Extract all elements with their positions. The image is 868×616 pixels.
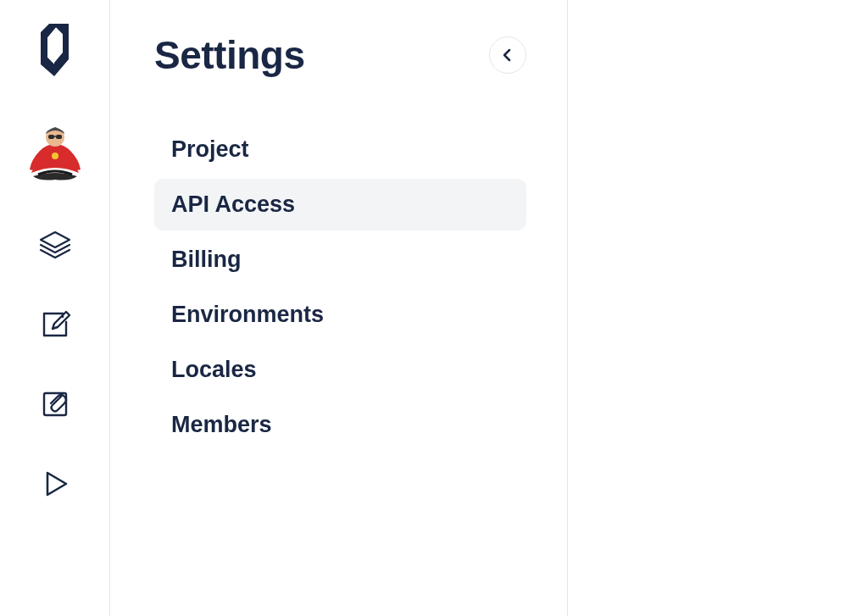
play-icon[interactable] [37, 466, 73, 502]
settings-nav: Project API Access Billing Environments … [154, 124, 526, 451]
settings-header: Settings [154, 32, 526, 78]
settings-nav-members[interactable]: Members [154, 399, 526, 451]
svg-rect-3 [48, 135, 54, 139]
chevron-left-icon [500, 47, 515, 63]
svg-marker-6 [41, 232, 70, 247]
settings-nav-billing[interactable]: Billing [154, 234, 526, 286]
page-title: Settings [154, 32, 304, 78]
svg-rect-4 [56, 135, 62, 139]
settings-nav-api-access[interactable]: API Access [154, 179, 526, 230]
settings-nav-environments[interactable]: Environments [154, 289, 526, 341]
svg-marker-8 [47, 473, 66, 495]
content-area [568, 0, 868, 616]
settings-panel: Settings Project API Access Billing Envi… [110, 0, 568, 616]
svg-point-1 [52, 153, 58, 159]
edit-icon[interactable] [37, 307, 73, 342]
app-logo[interactable] [36, 24, 75, 80]
layers-icon[interactable] [37, 227, 73, 263]
icon-rail [0, 0, 110, 616]
collapse-button[interactable] [489, 36, 526, 74]
attachment-edit-icon[interactable] [37, 386, 73, 422]
settings-nav-locales[interactable]: Locales [154, 344, 526, 396]
user-avatar[interactable] [23, 125, 87, 183]
settings-nav-project[interactable]: Project [154, 124, 526, 175]
svg-marker-0 [41, 24, 69, 76]
